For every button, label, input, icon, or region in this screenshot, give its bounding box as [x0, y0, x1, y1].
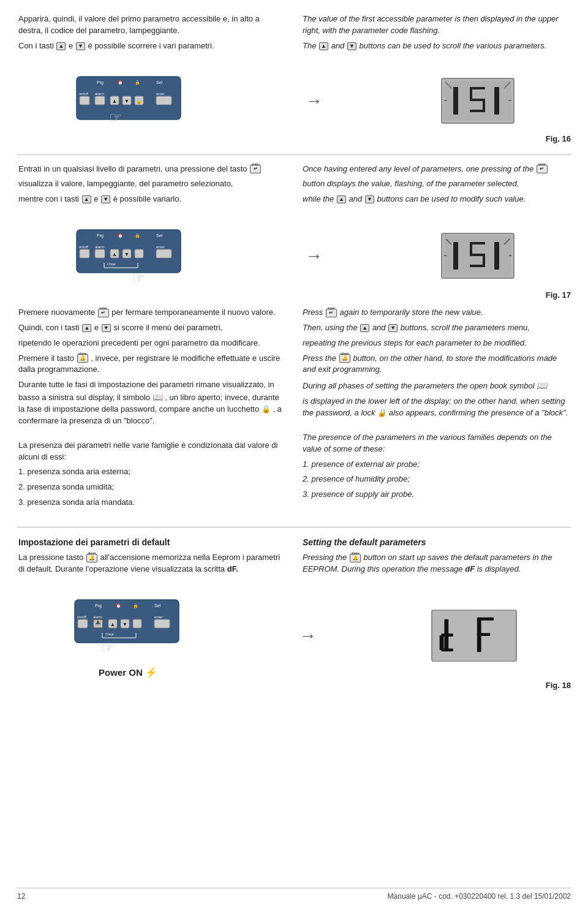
- down-icon-fig17r: ▼: [365, 195, 374, 203]
- svg-text:▲: ▲: [110, 621, 115, 627]
- svg-text:☞: ☞: [109, 109, 123, 126]
- lock-icon-r: 🔒: [377, 409, 386, 417]
- svg-rect-59: [470, 265, 485, 267]
- svg-rect-78: [133, 619, 141, 628]
- svg-rect-86: [444, 619, 448, 634]
- svg-text:▲: ▲: [111, 251, 117, 257]
- fig16-display-svg: [444, 81, 511, 121]
- fig17-body-r-p3: Press the 🔔 button, on the other hand, t…: [303, 353, 570, 376]
- svg-text:alarm: alarm: [95, 92, 104, 96]
- panel-svg-fig17: Prg ⏰ 🔒 Sel on/off alarm enter ▲ ▼ Clear: [74, 224, 187, 288]
- fig16-display: [441, 78, 514, 124]
- alarm-icon-fig18-r: 🔔: [350, 554, 361, 562]
- arrow-right-fig16: →: [305, 91, 322, 111]
- fig18-right: Setting the default parameters Pressing …: [301, 534, 571, 581]
- svg-text:Sel: Sel: [154, 603, 161, 608]
- svg-text:▼: ▼: [124, 98, 129, 104]
- svg-rect-44: [135, 249, 143, 258]
- svg-rect-21: [470, 87, 472, 100]
- fig17-body-l-p5c: 3. presenza sonda aria mandata.: [18, 497, 285, 509]
- svg-rect-9: [95, 96, 105, 105]
- fig17-display: [441, 233, 514, 279]
- lightning-icon: ⚡: [145, 667, 157, 678]
- up-icon-fig17r: ▲: [337, 195, 346, 203]
- svg-text:⏰: ⏰: [116, 603, 121, 608]
- svg-text:⏰: ⏰: [118, 233, 123, 238]
- fig18-display-svg: [432, 610, 516, 662]
- page: Apparirà, quindi, il valore del primo pa…: [0, 0, 588, 919]
- fig18-right-p1: Pressing the 🔔 button on start up saves …: [303, 552, 570, 575]
- fig16-right-p2: The ▲ and ▼ buttons can be used to scrol…: [303, 40, 570, 52]
- fig17-body-r-p1: Press ↵ again to temporarily store the n…: [303, 307, 570, 319]
- footer-page-num: 12: [17, 892, 25, 901]
- fig18-left: Impostazione dei parametri di default La…: [17, 534, 287, 581]
- fig17-label: Fig. 17: [17, 290, 571, 300]
- fig17-figure-row: Prg ⏰ 🔒 Sel on/off alarm enter ▲ ▼ Clear: [17, 224, 571, 288]
- svg-text:⏰: ⏰: [118, 80, 123, 85]
- fig17-right-p1b: button displays the value, flashing, of …: [303, 178, 570, 190]
- divider-1: [17, 154, 571, 155]
- svg-text:on/off: on/off: [79, 92, 88, 96]
- fig18-section: Impostazione dei parametri di default La…: [17, 534, 571, 581]
- svg-rect-60: [494, 242, 499, 270]
- fig16-label: Fig. 16: [17, 134, 571, 143]
- enter-icon-fig17r: ↵: [537, 165, 548, 173]
- fig17-body-l-p3: Premere il tasto 🔔 , invece, per registr…: [18, 353, 285, 376]
- up-arrow-icon-r: ▲: [319, 42, 328, 50]
- fig18-heading-right: Setting the default parameters: [303, 536, 570, 548]
- fig17-left-p1b: visualizza il valore, lampeggiante, del …: [18, 178, 285, 190]
- fig17-body-l-p4: Durante tutte le fasi di impostazione de…: [18, 379, 285, 426]
- fig17-body-l-p1: Premere nuovamente ↵ per fermare tempora…: [18, 307, 285, 319]
- enter-icon-fig17l: ↵: [250, 165, 261, 173]
- svg-text:alarm: alarm: [93, 615, 102, 619]
- fig17-body-l-p2d: ripetendo le operazioni precedenti per o…: [18, 338, 285, 349]
- svg-rect-24: [470, 110, 485, 112]
- fig17-body-r-p5: The presence of the parameters in the va…: [303, 432, 570, 455]
- svg-text:Sel: Sel: [156, 233, 163, 238]
- svg-text:enter: enter: [156, 245, 165, 249]
- svg-rect-39: [95, 249, 105, 258]
- panel-svg-fig18: Prg ⏰ 🔒 Sel on/off alarm enter ▲ ▼ Cl: [72, 594, 185, 664]
- svg-rect-87: [444, 635, 448, 650]
- svg-text:Prg: Prg: [97, 233, 104, 238]
- fig17-body-l-p5a: 1. presenza sonda aria esterna;: [18, 466, 285, 478]
- svg-rect-92: [477, 618, 493, 621]
- fig16-left-p2: Con i tasti ▲ e ▼ è possibile scorrere i…: [18, 40, 285, 52]
- svg-rect-54: [453, 242, 458, 270]
- up-icon-fig17l: ▲: [82, 195, 91, 203]
- fig17-right: Once having entered any level of paramet…: [301, 161, 571, 212]
- footer-manual: Manuale μAC - cod. +030220400 rel. 1.3 d…: [388, 892, 571, 901]
- fig17-section: Entrati in un qualsiasi livello di param…: [17, 161, 571, 212]
- fig17-left-p2: mentre con i tasti ▲ e ▼ è possibile var…: [18, 194, 285, 205]
- svg-text:☞: ☞: [101, 640, 115, 656]
- svg-text:Clear: Clear: [105, 632, 114, 636]
- arrow-right-fig18: →: [300, 626, 317, 646]
- fig16-figure-row: Prg ⏰ 🔒 Sel on/off alarm enter ▲ ▼: [17, 70, 571, 132]
- fig17-body-left: Premere nuovamente ↵ per fermare tempora…: [17, 304, 287, 515]
- down-arrow-icon: ▼: [76, 42, 85, 50]
- svg-text:🔒: 🔒: [135, 233, 140, 238]
- fig16-left: Apparirà, quindi, il valore del primo pa…: [17, 11, 287, 58]
- down-arrow-icon-r: ▼: [347, 42, 356, 50]
- fig17-body-l-p2: Quindi, con i tasti ▲ e ▼ si scorre il m…: [18, 322, 285, 334]
- fig17-display-svg: [444, 236, 511, 276]
- fig17-body-r-p4b: is displayed in the lower left of the di…: [303, 396, 570, 419]
- book-icon-l: 📖: [153, 392, 163, 402]
- fig17-right-p2: while the ▲ and ▼ buttons can be used to…: [303, 194, 570, 205]
- svg-rect-90: [439, 635, 443, 650]
- svg-text:🔒: 🔒: [136, 98, 142, 104]
- fig17-body-r-p4: During all phases of setting the paramet…: [303, 379, 570, 392]
- lock-icon-l: 🔒: [262, 405, 271, 414]
- fig18-left-p1: La pressione tasto 🔔 all'accensione memo…: [18, 552, 285, 575]
- power-on-label: Power ON ⚡: [99, 667, 157, 678]
- arrow-right-fig17: →: [305, 246, 322, 266]
- alarm-icon-fig18: 🔔: [86, 554, 97, 562]
- svg-text:Prg: Prg: [97, 80, 104, 85]
- svg-text:☞: ☞: [132, 270, 145, 286]
- fig18-label: Fig. 18: [17, 681, 571, 690]
- svg-rect-71: [78, 619, 88, 628]
- enter-icon-body-l: ↵: [98, 309, 109, 317]
- up-icon-body-l: ▲: [82, 324, 91, 332]
- svg-rect-79: [154, 619, 170, 628]
- svg-text:alarm: alarm: [95, 245, 104, 249]
